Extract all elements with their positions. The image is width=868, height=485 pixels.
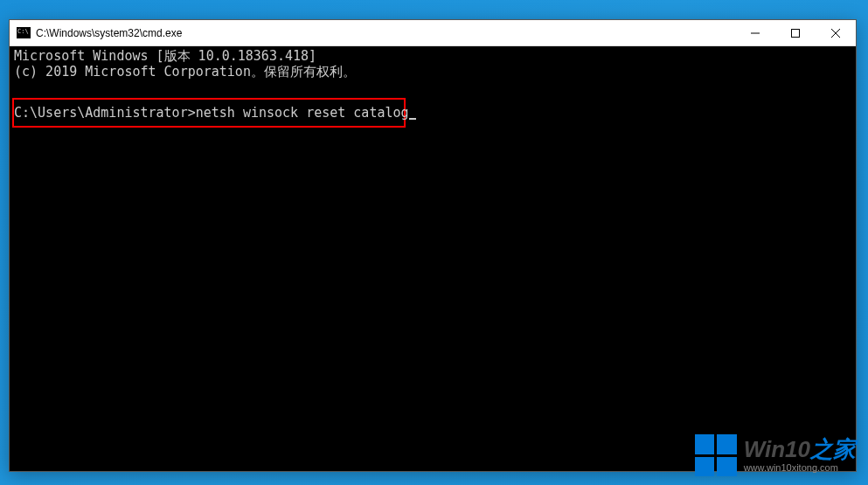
titlebar[interactable]: C:\Windows\system32\cmd.exe <box>10 20 856 46</box>
terminal-prompt-line: C:\Users\Administrator>netsh winsock res… <box>14 105 416 121</box>
cmd-window: C:\Windows\system32\cmd.exe Microsoft Wi… <box>9 19 857 472</box>
terminal-command: netsh winsock reset catalog <box>196 105 409 121</box>
maximize-button[interactable] <box>775 20 816 45</box>
cmd-icon <box>17 27 31 38</box>
window-controls <box>735 20 856 45</box>
terminal-cursor <box>409 118 416 120</box>
terminal-line-version: Microsoft Windows [版本 10.0.18363.418] <box>14 48 851 64</box>
close-button[interactable] <box>816 20 856 45</box>
watermark-title: Win10之家 <box>744 438 856 461</box>
minimize-button[interactable] <box>735 20 775 45</box>
terminal-content[interactable]: Microsoft Windows [版本 10.0.18363.418] (c… <box>10 46 856 471</box>
watermark-text: Win10之家 www.win10xitong.com <box>744 438 856 473</box>
windows-logo-icon <box>695 434 737 476</box>
terminal-line-copyright: (c) 2019 Microsoft Corporation。保留所有权利。 <box>14 64 851 80</box>
svg-rect-1 <box>792 29 800 37</box>
watermark-url: www.win10xitong.com <box>744 462 856 473</box>
watermark: Win10之家 www.win10xitong.com <box>695 434 856 476</box>
window-title: C:\Windows\system32\cmd.exe <box>36 27 735 39</box>
terminal-prompt: C:\Users\Administrator> <box>14 105 196 121</box>
